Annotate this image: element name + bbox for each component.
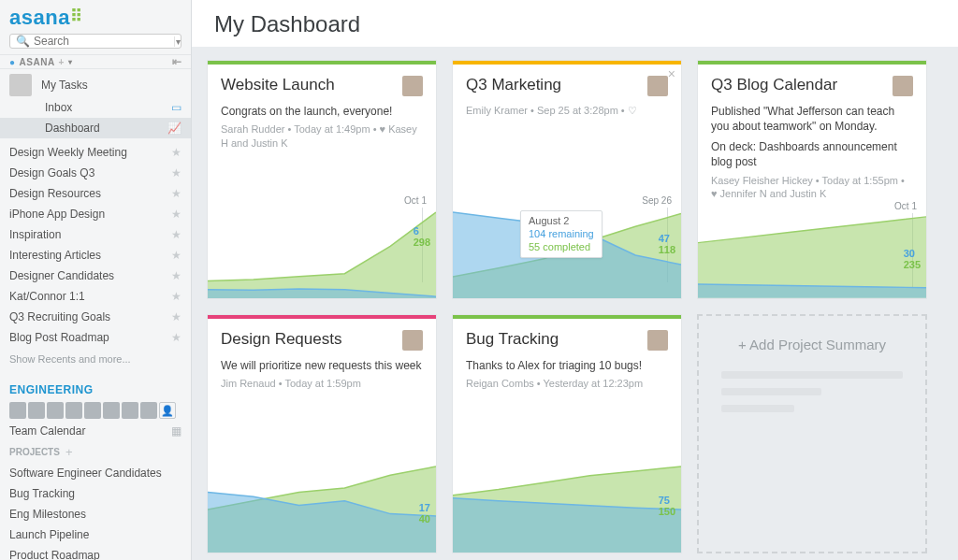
- project-label: Kat/Connor 1:1: [9, 290, 85, 303]
- star-icon[interactable]: ★: [171, 146, 181, 159]
- completed-count: 40: [419, 513, 430, 524]
- project-list: Design Weekly Meeting★Design Goals Q3★De…: [0, 142, 191, 348]
- team-header-engineering[interactable]: ENGINEERING: [0, 374, 191, 400]
- chart-tooltip: August 2104 remaining55 completed: [520, 210, 602, 258]
- remaining-count: 75: [659, 495, 675, 506]
- add-project-summary[interactable]: + Add Project Summary: [697, 314, 927, 553]
- close-icon[interactable]: ×: [668, 66, 675, 81]
- star-icon[interactable]: ★: [171, 269, 181, 282]
- card-title: Q3 Blog Calendar: [711, 76, 837, 94]
- card-owner-avatar[interactable]: [402, 76, 423, 96]
- card-header: Q3 Blog Calendar: [698, 65, 926, 104]
- dashboard-board: Website LaunchCongrats on the launch, ev…: [192, 47, 958, 560]
- search-input[interactable]: [34, 35, 174, 48]
- chart-values: 6298: [414, 225, 430, 248]
- star-icon[interactable]: ★: [171, 331, 181, 344]
- avatar[interactable]: [84, 402, 101, 419]
- brand-row: asana⠿: [0, 0, 191, 34]
- project-summary-card[interactable]: ×Q3 MarketingEmily Kramer • Sep 25 at 3:…: [452, 60, 682, 299]
- card-text: Thanks to Alex for triaging 10 bugs!: [466, 358, 668, 373]
- remaining-count: 47: [659, 233, 675, 244]
- project-summary-card[interactable]: Website LaunchCongrats on the launch, ev…: [207, 60, 437, 299]
- search-box[interactable]: 🔍 ▾: [9, 34, 181, 49]
- avatar[interactable]: [140, 402, 157, 419]
- sidebar-project[interactable]: Designer Candidates★: [0, 266, 191, 286]
- sidebar-project[interactable]: Design Weekly Meeting★: [0, 142, 191, 163]
- project-label: Q3 Recruiting Goals: [9, 310, 110, 323]
- sidebar-project[interactable]: Bug Tracking: [0, 483, 191, 504]
- card-body: Congrats on the launch, everyone!Sarah R…: [208, 104, 436, 154]
- sidebar-project[interactable]: Inspiration★: [0, 224, 191, 245]
- card-meta: Reigan Combs • Yesterday at 12:23pm: [466, 377, 668, 391]
- star-icon[interactable]: ★: [171, 187, 181, 200]
- avatar[interactable]: [9, 402, 26, 419]
- nav-dashboard[interactable]: Dashboard 📈: [0, 118, 191, 138]
- team-calendar-link[interactable]: Team Calendar ▦: [0, 424, 191, 438]
- card-title: Design Requests: [221, 330, 341, 349]
- sidebar-project[interactable]: Product Roadmap: [0, 545, 191, 560]
- sidebar-project[interactable]: Interesting Articles★: [0, 245, 191, 266]
- star-icon[interactable]: ★: [171, 290, 181, 303]
- project-label: Design Weekly Meeting: [9, 146, 127, 159]
- project-summary-card[interactable]: Bug TrackingThanks to Alex for triaging …: [452, 314, 682, 553]
- card-chart: 1740: [208, 448, 436, 553]
- card-title: Bug Tracking: [466, 330, 559, 349]
- sidebar-project[interactable]: Design Resources★: [0, 183, 191, 204]
- star-icon[interactable]: ★: [171, 228, 181, 241]
- card-owner-avatar[interactable]: [402, 330, 423, 351]
- avatar[interactable]: [122, 402, 138, 419]
- nav-label: Inbox: [45, 101, 72, 114]
- sidebar-project[interactable]: Launch Pipeline: [0, 524, 191, 545]
- card-meta: Sarah Rudder • Today at 1:49pm • ♥ Kasey…: [221, 122, 423, 151]
- card-owner-avatar[interactable]: [893, 76, 913, 96]
- card-meta: Jim Renaud • Today at 1:59pm: [221, 377, 423, 391]
- avatar[interactable]: [28, 402, 45, 419]
- project-label: Design Goals Q3: [9, 166, 94, 179]
- project-label: Eng Milestones: [9, 508, 86, 521]
- card-chart: Oct 16298: [208, 194, 436, 298]
- card-owner-avatar[interactable]: [647, 76, 668, 96]
- sidebar-project[interactable]: Design Goals Q3★: [0, 163, 191, 183]
- project-summary-card[interactable]: Design RequestsWe will prioritize new re…: [207, 314, 437, 553]
- chart-values: 75150: [659, 495, 675, 517]
- project-label: Bug Tracking: [9, 487, 75, 500]
- avatar[interactable]: [65, 402, 82, 419]
- avatar[interactable]: [103, 402, 120, 419]
- nav-inbox[interactable]: Inbox ▭: [0, 97, 191, 118]
- nav-my-tasks[interactable]: My Tasks: [0, 73, 191, 97]
- search-dropdown[interactable]: ▾: [174, 36, 181, 47]
- show-recents-link[interactable]: Show Recents and more...: [0, 348, 191, 374]
- add-member-button[interactable]: 👤: [159, 402, 176, 419]
- sidebar-project[interactable]: iPhone App Design★: [0, 204, 191, 224]
- completed-count: 235: [904, 259, 921, 270]
- collapse-sidebar-icon[interactable]: ⇤: [172, 55, 182, 68]
- card-chart: Oct 130235: [698, 199, 926, 298]
- project-label: Design Resources: [9, 187, 101, 200]
- sidebar-project[interactable]: Blog Post Roadmap★: [0, 327, 191, 348]
- chart-values: 30235: [904, 248, 921, 270]
- inbox-icon: ▭: [171, 101, 181, 114]
- sidebar-project[interactable]: Software Engineer Candidates: [0, 463, 191, 483]
- sidebar-project[interactable]: Q3 Recruiting Goals★: [0, 307, 191, 327]
- workspace-switcher[interactable]: ● ASANA + ▾ ⇤: [0, 54, 191, 69]
- calendar-icon: ▦: [171, 424, 181, 438]
- project-label: Software Engineer Candidates: [9, 467, 162, 480]
- project-label: Blog Post Roadmap: [9, 331, 109, 344]
- star-icon[interactable]: ★: [171, 249, 181, 262]
- avatar[interactable]: [47, 402, 64, 419]
- sidebar-project[interactable]: Kat/Connor 1:1★: [0, 286, 191, 307]
- star-icon[interactable]: ★: [171, 208, 181, 221]
- brand-logo: asana⠿: [9, 6, 80, 29]
- sidebar-project[interactable]: Eng Milestones: [0, 504, 191, 524]
- card-header: Bug Tracking: [453, 319, 681, 358]
- add-project-icon[interactable]: +: [65, 445, 73, 459]
- star-icon[interactable]: ★: [171, 310, 181, 323]
- project-label: Designer Candidates: [9, 269, 114, 282]
- remaining-count: 30: [904, 248, 921, 259]
- star-icon[interactable]: ★: [171, 166, 181, 179]
- tooltip-remaining: 104 remaining: [529, 228, 594, 241]
- card-owner-avatar[interactable]: [647, 330, 668, 351]
- card-body: Published "What Jefferson can teach you …: [698, 104, 926, 199]
- project-label: Product Roadmap: [9, 549, 100, 560]
- project-summary-card[interactable]: Q3 Blog CalendarPublished "What Jefferso…: [697, 60, 927, 299]
